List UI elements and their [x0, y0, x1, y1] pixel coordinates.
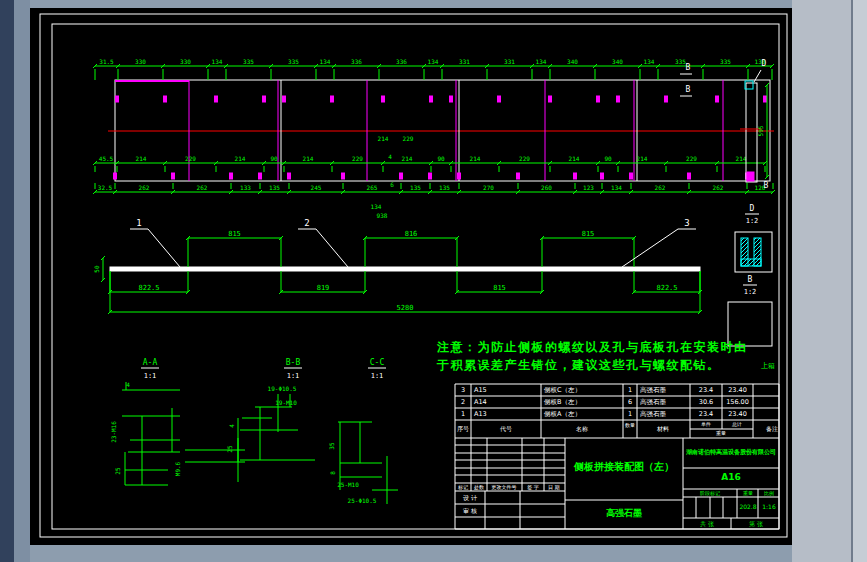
- hatched-section: [741, 259, 761, 266]
- detail-scale: 1:2: [746, 217, 759, 225]
- dim-label: 270: [483, 184, 494, 191]
- drawing-material: 高强石墨: [606, 507, 642, 520]
- dim-label: 819: [317, 284, 330, 292]
- section-title: A-A: [143, 358, 158, 367]
- dim-label: 938: [377, 212, 388, 219]
- cad-drawing-area[interactable]: 31.5330330134335335134336336134331331134…: [30, 8, 792, 545]
- dim-label: 135: [439, 184, 450, 191]
- dim-label: 822.5: [138, 284, 159, 292]
- weight-label: 重量: [743, 490, 753, 496]
- cell-unit-weight: 23.4: [699, 410, 713, 418]
- dim-label: 214: [378, 135, 389, 142]
- designer-label: 设 计: [463, 494, 477, 503]
- dim-label: 135: [269, 184, 280, 191]
- col-header-name: 名称: [576, 425, 588, 434]
- dim-label: 134: [371, 203, 382, 210]
- cell-code: A14: [474, 398, 487, 406]
- hole-mark: [574, 173, 577, 179]
- dim-label: 262: [713, 184, 724, 191]
- outer-border-frame: [40, 14, 787, 537]
- dim-label: 4: [388, 153, 392, 160]
- side-view-outline: [746, 83, 757, 182]
- dim-label: 214: [637, 155, 648, 162]
- dim-label: 229: [352, 155, 363, 162]
- cell-material: 高强石墨: [640, 410, 666, 419]
- dim-label: 214: [402, 155, 413, 162]
- dim-label: 265: [367, 184, 378, 191]
- dim-label: 262: [197, 184, 208, 191]
- dim-label: 331: [459, 58, 470, 65]
- cell-seq: 3: [461, 386, 465, 394]
- hole-mark: [764, 96, 767, 102]
- hole-mark: [630, 173, 633, 179]
- window-right-panel: [792, 0, 867, 562]
- dim-label: 90: [437, 155, 445, 162]
- dim-label: 214: [303, 155, 314, 162]
- dim-label: 262: [139, 184, 150, 191]
- rev-count-label: 处数: [474, 484, 484, 490]
- dim-label: 19-M10: [275, 399, 297, 406]
- checker-label: 审 核: [463, 507, 477, 516]
- scale-label: 比例: [764, 490, 774, 496]
- dim-label: 4: [126, 381, 130, 388]
- hole-mark: [617, 96, 620, 102]
- dim-label: 214: [136, 155, 147, 162]
- window-left-edge: [0, 0, 14, 562]
- dim-label: 335: [288, 58, 299, 65]
- cell-qty: 6: [628, 398, 632, 406]
- company-name: 湖南诺伯特高温设备股份有限公司: [686, 448, 776, 457]
- cell-qty: 1: [628, 386, 632, 394]
- cell-code: A15: [474, 386, 487, 394]
- dim-label: 35: [328, 442, 335, 450]
- section-scale: 1:1: [144, 372, 157, 380]
- inner-border-frame: [52, 24, 779, 529]
- section-scale: 1:1: [371, 372, 384, 380]
- dim-label: 19-Φ10.5: [268, 385, 297, 392]
- hole-mark: [215, 96, 218, 102]
- dim-label: 229: [403, 135, 414, 142]
- hole-mark: [283, 96, 286, 102]
- hole-mark: [430, 96, 433, 102]
- hole-mark: [164, 96, 167, 102]
- hole-mark: [342, 173, 345, 179]
- dim-label: 229: [686, 155, 697, 162]
- cad-viewer-window: { "colors":{"line":"#ffffff","dim":"#00f…: [0, 0, 867, 562]
- detail-d-label: D: [750, 204, 755, 213]
- dim-label: 229: [519, 155, 530, 162]
- dim-label: 8: [329, 471, 336, 475]
- hole-mark: [429, 173, 432, 179]
- col-header-material: 材料: [657, 425, 669, 434]
- dim-label: 815: [228, 230, 241, 238]
- dim-label: 6: [390, 181, 394, 188]
- dim-label: 214: [736, 155, 747, 162]
- detail-scale: 1:2: [744, 288, 757, 296]
- hole-mark: [288, 173, 291, 179]
- dim-label: 32.5: [98, 184, 113, 191]
- window-bottom-margin: [30, 545, 792, 562]
- hole-mark: [597, 96, 600, 102]
- section-scale: 1:1: [287, 372, 300, 380]
- hole-mark: [549, 96, 552, 102]
- dim-label: 214: [235, 155, 246, 162]
- dim-label: 25-Φ10.5: [348, 497, 377, 504]
- callout-leader: [316, 229, 348, 267]
- dim-label: 340: [567, 58, 578, 65]
- callout-number: 3: [684, 218, 689, 228]
- dim-label: 335: [720, 58, 731, 65]
- callout-number: 1: [136, 218, 141, 228]
- hole-mark: [716, 96, 719, 102]
- hole-mark: [517, 173, 520, 179]
- dim-label: 134: [536, 58, 547, 65]
- detail-b-label: B: [748, 275, 753, 284]
- dim-label: 260: [541, 184, 552, 191]
- note-line-1: 注意：为防止侧板的螺纹以及孔与底板孔在安装时由: [437, 339, 748, 356]
- section-letter: B: [686, 63, 691, 72]
- callout-number: 2: [304, 218, 309, 228]
- dim-label: 134: [212, 58, 223, 65]
- dim-label: 245: [311, 184, 322, 191]
- dim-label: 335: [243, 58, 254, 65]
- cell-material: 高强石墨: [640, 398, 666, 407]
- dim-label: 31.5: [99, 58, 114, 65]
- callout-leader: [148, 229, 180, 267]
- cell-qty: 1: [628, 410, 632, 418]
